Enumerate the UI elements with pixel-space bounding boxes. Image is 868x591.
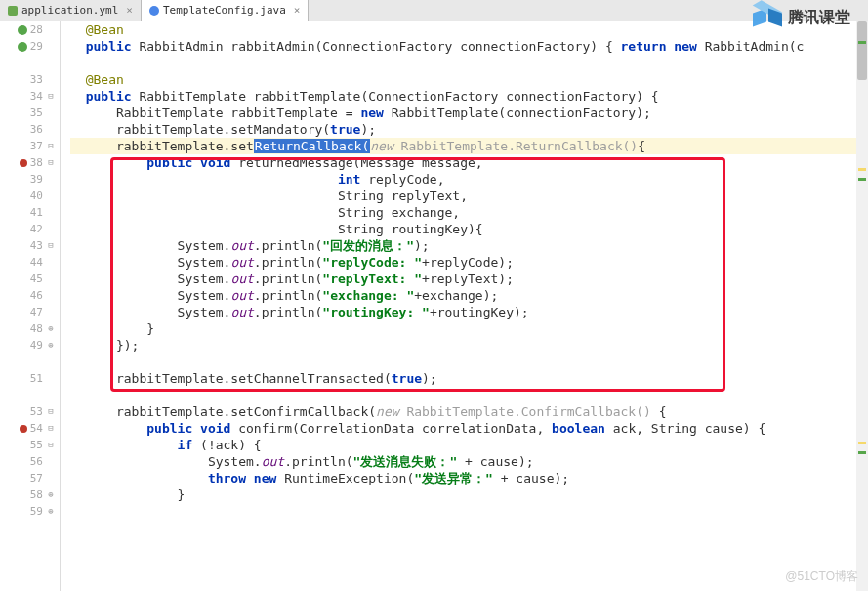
close-icon[interactable]: × bbox=[294, 4, 301, 17]
line-number: 49 bbox=[30, 337, 43, 354]
line-number: 53 bbox=[30, 403, 43, 420]
line-number: 51 bbox=[30, 370, 43, 387]
fold-open-icon[interactable]: ⊟ bbox=[46, 138, 56, 154]
breakpoint-icon[interactable] bbox=[20, 159, 27, 167]
line-number: 34 bbox=[30, 88, 43, 105]
fold-open-icon[interactable]: ⊟ bbox=[46, 237, 56, 254]
code-editor[interactable]: 28293334⊟353637⊟38⊟3940414243⊟4445464748… bbox=[0, 21, 868, 591]
line-number: 54 bbox=[30, 420, 43, 437]
close-icon[interactable]: × bbox=[126, 4, 133, 17]
line-number: 58 bbox=[30, 486, 43, 503]
vertical-scrollbar[interactable] bbox=[856, 21, 868, 591]
fold-close-icon[interactable]: ⊕ bbox=[46, 320, 56, 337]
fold-close-icon[interactable]: ⊕ bbox=[46, 503, 56, 520]
run-gutter-icon[interactable] bbox=[18, 25, 27, 35]
scrollbar-mark bbox=[858, 41, 866, 44]
run-gutter-icon[interactable] bbox=[18, 42, 27, 52]
fold-open-icon[interactable]: ⊟ bbox=[46, 154, 56, 171]
scrollbar-thumb[interactable] bbox=[857, 21, 867, 80]
java-file-icon bbox=[149, 6, 159, 16]
line-gutter: 28293334⊟353637⊟38⊟3940414243⊟4445464748… bbox=[0, 21, 61, 591]
tab-template-config[interactable]: TemplateConfig.java × bbox=[142, 0, 309, 21]
fold-open-icon[interactable]: ⊟ bbox=[46, 88, 56, 105]
scrollbar-mark bbox=[858, 451, 866, 454]
line-number: 56 bbox=[30, 453, 43, 470]
fold-close-icon[interactable]: ⊕ bbox=[46, 337, 56, 354]
line-number: 33 bbox=[30, 71, 43, 88]
line-number: 40 bbox=[30, 188, 43, 204]
line-number: 47 bbox=[30, 304, 43, 320]
watermark-text: 腾讯课堂 bbox=[788, 8, 850, 28]
breakpoint-icon[interactable] bbox=[20, 425, 27, 433]
line-number: 42 bbox=[30, 221, 43, 237]
fold-close-icon[interactable]: ⊕ bbox=[46, 486, 56, 503]
scrollbar-mark bbox=[858, 168, 866, 171]
line-number: 59 bbox=[30, 503, 43, 520]
tab-label: TemplateConfig.java bbox=[163, 4, 286, 17]
line-number: 55 bbox=[30, 437, 43, 453]
scrollbar-mark bbox=[858, 442, 866, 444]
line-number: 57 bbox=[30, 470, 43, 486]
fold-open-icon[interactable]: ⊟ bbox=[46, 420, 56, 437]
cube-icon bbox=[753, 6, 782, 29]
line-number: 48 bbox=[30, 320, 43, 337]
line-number: 39 bbox=[30, 171, 43, 188]
watermark-blog: @51CTO博客 bbox=[785, 569, 858, 585]
code-area[interactable]: @Bean public RabbitAdmin rabbitAdmin(Con… bbox=[61, 21, 868, 591]
editor-tabs: application.yml × TemplateConfig.java × bbox=[0, 0, 868, 21]
fold-open-icon[interactable]: ⊟ bbox=[46, 437, 56, 453]
tab-label: application.yml bbox=[21, 4, 118, 17]
fold-open-icon[interactable]: ⊟ bbox=[46, 403, 56, 420]
line-number: 45 bbox=[30, 271, 43, 287]
scrollbar-mark bbox=[858, 178, 866, 181]
line-number: 35 bbox=[30, 105, 43, 121]
yml-file-icon bbox=[8, 6, 18, 16]
line-number: 37 bbox=[30, 138, 43, 154]
line-number: 41 bbox=[30, 204, 43, 221]
line-number: 28 bbox=[30, 21, 43, 38]
line-number: 46 bbox=[30, 287, 43, 304]
line-number: 43 bbox=[30, 237, 43, 254]
tab-application-yml[interactable]: application.yml × bbox=[0, 0, 142, 21]
line-number: 38 bbox=[30, 154, 43, 171]
line-number: 36 bbox=[30, 121, 43, 138]
watermark-brand: 腾讯课堂 bbox=[753, 6, 850, 29]
line-number: 44 bbox=[30, 254, 43, 271]
line-number: 29 bbox=[30, 38, 43, 55]
